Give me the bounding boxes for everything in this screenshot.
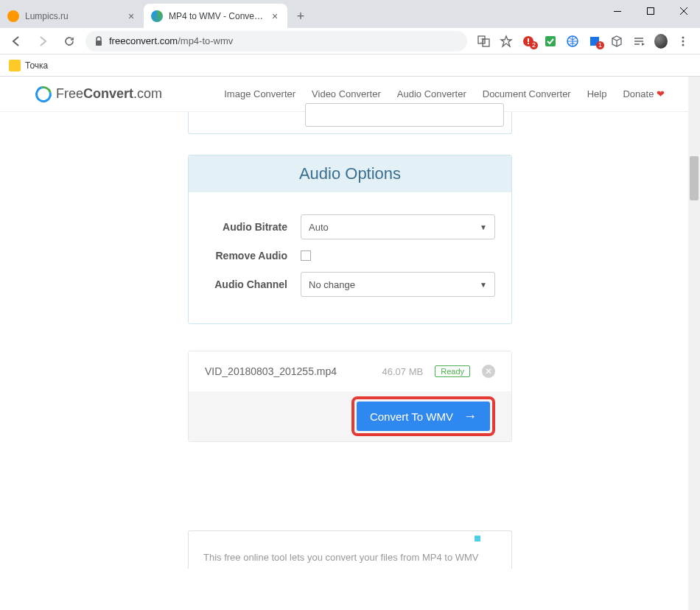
svg-rect-0	[614, 11, 621, 12]
tab-title: Lumpics.ru	[25, 11, 122, 21]
file-size: 46.07 MB	[382, 366, 424, 377]
window-titlebar: Lumpics.ru × MP4 to WMV - Convert MP4 to…	[0, 0, 700, 28]
browser-tab-active[interactable]: MP4 to WMV - Convert MP4 to W ×	[144, 4, 287, 28]
svg-rect-9	[545, 36, 556, 46]
svg-text:文: 文	[480, 38, 486, 43]
bitrate-select[interactable]: Auto ▼	[301, 214, 495, 239]
address-bar[interactable]: freeconvert.com/mp4-to-wmv	[85, 31, 467, 52]
back-button[interactable]	[6, 31, 27, 52]
minimize-icon	[614, 11, 621, 12]
panel-heading: Audio Options	[189, 155, 511, 192]
logo-text: FreeConvert.com	[56, 86, 162, 102]
favicon-icon	[7, 10, 19, 22]
footer-panel: This free online tool lets you convert y…	[188, 530, 512, 569]
arrow-left-icon	[10, 35, 22, 47]
bookmark-label: Точка	[25, 60, 48, 71]
svg-rect-7	[528, 38, 529, 42]
chevron-down-icon: ▼	[480, 281, 487, 289]
nav-audio-converter[interactable]: Audio Converter	[397, 88, 466, 99]
channel-select[interactable]: No change ▼	[301, 272, 495, 297]
channel-label: Audio Channel	[205, 278, 301, 290]
file-panel: VID_20180803_201255.mp4 46.07 MB Ready ✕…	[188, 351, 512, 442]
svg-point-12	[682, 36, 685, 38]
maximize-icon	[647, 7, 654, 15]
nav-help[interactable]: Help	[587, 88, 607, 99]
profile-avatar[interactable]	[654, 35, 668, 48]
svg-rect-1	[647, 8, 654, 15]
menu-button[interactable]	[676, 35, 690, 48]
reload-icon	[63, 35, 75, 47]
remove-audio-label: Remove Audio	[205, 250, 301, 262]
audio-options-panel: Audio Options Audio Bitrate Auto ▼ Remov…	[188, 155, 512, 324]
option-row-bitrate: Audio Bitrate Auto ▼	[205, 214, 495, 239]
folder-icon	[9, 60, 21, 71]
media-control-icon[interactable]	[632, 35, 645, 48]
browser-tab-inactive[interactable]: Lumpics.ru ×	[0, 4, 144, 28]
nav-image-converter[interactable]: Image Converter	[224, 88, 295, 99]
close-window-button[interactable]	[667, 0, 700, 22]
close-icon[interactable]: ×	[126, 11, 136, 21]
page-viewport: FreeConvert.com Image Converter Video Co…	[0, 77, 700, 610]
extension-blue-icon[interactable]: 1	[588, 35, 601, 48]
file-status-badge: Ready	[435, 365, 470, 377]
forward-button[interactable]	[32, 31, 53, 52]
close-icon[interactable]: ×	[270, 11, 280, 21]
site-nav: Image Converter Video Converter Audio Co…	[224, 88, 665, 99]
arrow-right-icon	[37, 35, 49, 47]
file-name: VID_20180803_201255.mp4	[205, 365, 371, 377]
svg-point-13	[682, 40, 685, 42]
site-logo[interactable]: FreeConvert.com	[35, 86, 162, 102]
chevron-down-icon: ▼	[480, 223, 487, 231]
extension-globe-icon[interactable]	[566, 35, 579, 48]
bookmark-folder[interactable]: Точка	[9, 60, 48, 71]
highlight-annotation: Convert To WMV →	[351, 396, 495, 436]
svg-rect-2	[96, 41, 102, 46]
lock-icon	[94, 36, 103, 46]
extension-cube-icon[interactable]	[610, 35, 623, 48]
scrollbar-thumb[interactable]	[690, 156, 699, 200]
footer-text: This free online tool lets you convert y…	[203, 552, 479, 563]
close-icon: ✕	[485, 366, 492, 376]
previous-panel-stub	[188, 112, 512, 134]
convert-label: Convert To WMV	[370, 410, 453, 423]
extension-green-icon[interactable]	[544, 35, 557, 48]
star-icon[interactable]	[500, 35, 513, 48]
vertical-scrollbar[interactable]	[688, 77, 700, 610]
browser-toolbar: freeconvert.com/mp4-to-wmv 文 2 1	[0, 28, 700, 55]
nav-video-converter[interactable]: Video Converter	[312, 88, 381, 99]
option-row-channel: Audio Channel No change ▼	[205, 272, 495, 297]
file-row: VID_20180803_201255.mp4 46.07 MB Ready ✕	[189, 351, 511, 391]
svg-rect-8	[528, 43, 529, 44]
option-row-remove-audio: Remove Audio	[205, 250, 495, 262]
arrow-right-icon: →	[463, 409, 477, 424]
logo-icon	[32, 83, 55, 105]
convert-button[interactable]: Convert To WMV →	[357, 402, 490, 431]
heart-icon: ❤	[657, 88, 665, 99]
url-text: freeconvert.com/mp4-to-wmv	[109, 35, 233, 46]
bitrate-label: Audio Bitrate	[205, 221, 301, 233]
page-content: Audio Options Audio Bitrate Auto ▼ Remov…	[0, 112, 700, 569]
remove-audio-checkbox[interactable]	[301, 250, 311, 261]
favicon-icon	[151, 10, 163, 22]
decorative-square	[475, 536, 480, 541]
nav-donate[interactable]: Donate ❤	[623, 88, 665, 99]
maximize-button[interactable]	[634, 0, 667, 22]
extension-red-icon[interactable]: 2	[522, 35, 535, 48]
translate-icon[interactable]: 文	[477, 35, 491, 48]
svg-point-14	[682, 43, 685, 46]
minimize-button[interactable]	[601, 0, 634, 22]
close-icon	[680, 7, 687, 15]
channel-value: No change	[309, 279, 355, 290]
remove-file-button[interactable]: ✕	[482, 365, 495, 378]
tab-title: MP4 to WMV - Convert MP4 to W	[169, 11, 265, 21]
new-tab-button[interactable]: +	[290, 6, 311, 27]
convert-row: Convert To WMV →	[189, 391, 511, 441]
reload-button[interactable]	[59, 31, 80, 52]
window-controls	[601, 0, 700, 22]
bookmarks-bar: Точка	[0, 55, 700, 77]
extension-icons: 文 2 1	[473, 35, 694, 48]
bitrate-value: Auto	[309, 222, 329, 233]
nav-document-converter[interactable]: Document Converter	[483, 88, 571, 99]
